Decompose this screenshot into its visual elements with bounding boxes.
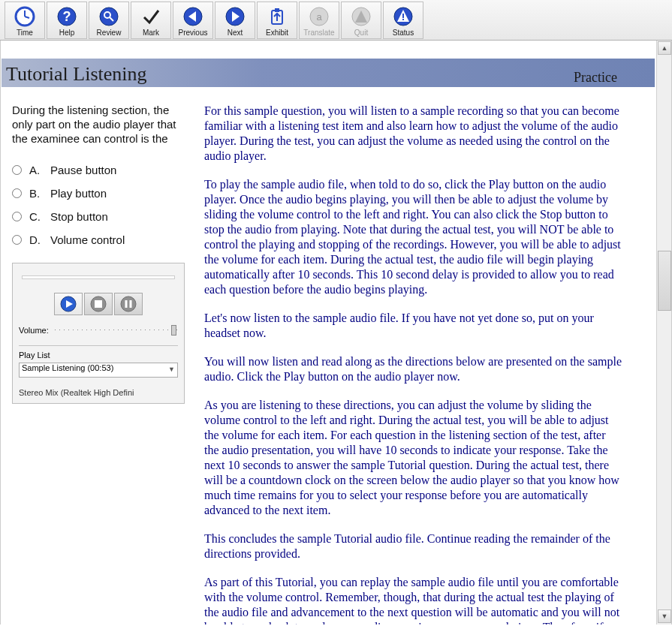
stop-button[interactable]	[84, 293, 113, 315]
audio-device-text: Stereo Mix (Realtek High Defini	[19, 388, 178, 397]
quit-icon	[351, 6, 372, 27]
section-header: Tutorial Listening Practice	[2, 59, 655, 87]
svg-rect-21	[402, 14, 404, 18]
svg-rect-28	[125, 300, 128, 308]
choice-letter: B.	[29, 187, 50, 200]
instruction-paragraph: This concludes the sample Tutorial audio…	[204, 531, 622, 561]
section-mode: Practice	[574, 70, 617, 86]
help-button[interactable]: ?Help	[47, 2, 87, 39]
instruction-paragraph: For this sample question, you will liste…	[204, 104, 622, 164]
vertical-scrollbar[interactable]: ▲ ▼	[656, 41, 671, 624]
mark-button-label: Mark	[143, 29, 159, 37]
mark-button[interactable]: Mark	[131, 2, 171, 39]
playlist-selected-value: Sample Listening (00:53)	[22, 363, 113, 372]
previous-button-label: Previous	[179, 29, 208, 37]
translate-icon: a	[309, 6, 330, 27]
content-columns: During the listening section, the only p…	[2, 104, 655, 624]
choice-text: Stop button	[50, 210, 108, 223]
playlist-select[interactable]: Sample Listening (00:53)	[19, 363, 178, 378]
translate-button-label: Translate	[303, 29, 334, 37]
play-icon	[60, 296, 77, 312]
audio-progress-track[interactable]	[22, 275, 175, 279]
scroll-down-button[interactable]: ▼	[658, 609, 671, 623]
answer-choice-a[interactable]: A.Pause button	[12, 164, 191, 176]
svg-text:a: a	[316, 11, 322, 23]
answer-choice-d[interactable]: D.Volume control	[12, 233, 191, 246]
volume-thumb[interactable]	[171, 325, 176, 336]
next-icon	[225, 6, 246, 27]
volume-slider[interactable]	[55, 327, 178, 334]
review-button-label: Review	[97, 29, 122, 37]
audio-player: Volume: Play List Sample Listening (00:5…	[12, 263, 185, 404]
question-column: During the listening section, the only p…	[12, 104, 191, 624]
volume-label: Volume:	[19, 326, 49, 335]
main-toolbar: Time?HelpReviewMarkPreviousNextExhibitaT…	[0, 0, 672, 41]
status-icon	[393, 6, 414, 27]
time-button-label: Time	[17, 29, 33, 37]
instructions-column: For this sample question, you will liste…	[191, 104, 647, 624]
status-button[interactable]: Status	[383, 2, 423, 39]
svg-text:?: ?	[63, 9, 71, 24]
instruction-paragraph: You will now listen and read along as th…	[204, 354, 622, 384]
section-title: Tutorial Listening	[6, 63, 147, 86]
quit-button: Quit	[341, 2, 381, 39]
play-button[interactable]	[54, 293, 83, 315]
instruction-paragraph: As you are listening to these directions…	[204, 398, 622, 518]
clock-icon	[14, 6, 35, 27]
time-button[interactable]: Time	[5, 2, 45, 39]
scroll-thumb[interactable]	[658, 251, 671, 311]
answer-choice-b[interactable]: B.Play button	[12, 187, 191, 200]
exhibit-icon	[267, 6, 288, 27]
choice-letter: A.	[29, 164, 50, 176]
instruction-paragraph: As part of this Tutorial, you can replay…	[204, 575, 622, 624]
playlist-label: Play List	[19, 351, 178, 360]
pause-button[interactable]	[114, 293, 143, 315]
scroll-up-button[interactable]: ▲	[658, 41, 671, 55]
choice-text: Play button	[50, 187, 107, 200]
svg-rect-29	[130, 300, 132, 308]
answer-radio[interactable]	[12, 188, 22, 198]
question-icon: ?	[56, 6, 77, 27]
choice-letter: D.	[29, 233, 50, 246]
stop-icon	[90, 296, 107, 312]
prev-icon	[182, 6, 203, 27]
answer-radio[interactable]	[12, 212, 22, 221]
check-icon	[140, 6, 161, 27]
review-button[interactable]: Review	[89, 2, 129, 39]
exhibit-button[interactable]: Exhibit	[257, 2, 297, 39]
next-button-label: Next	[228, 29, 243, 37]
previous-button[interactable]: Previous	[173, 2, 213, 39]
choice-text: Pause button	[50, 164, 116, 176]
instruction-paragraph: Let's now listen to the sample audio fil…	[204, 311, 622, 341]
svg-rect-13	[275, 8, 279, 12]
answer-radio[interactable]	[12, 235, 22, 245]
help-button-label: Help	[59, 29, 75, 37]
quit-button-label: Quit	[354, 29, 368, 37]
translate-button: aTranslate	[299, 2, 339, 39]
review-icon	[98, 6, 119, 27]
svg-rect-26	[95, 300, 102, 308]
main-area: Tutorial Listening Practice During the l…	[0, 41, 672, 624]
answer-radio[interactable]	[12, 165, 22, 175]
exhibit-button-label: Exhibit	[266, 29, 288, 37]
player-buttons	[19, 293, 178, 315]
next-button[interactable]: Next	[215, 2, 255, 39]
question-prompt: During the listening section, the only p…	[12, 104, 191, 146]
choice-text: Volume control	[50, 233, 125, 246]
volume-row: Volume:	[19, 326, 178, 335]
status-button-label: Status	[393, 29, 414, 37]
svg-point-5	[100, 8, 118, 26]
svg-point-27	[121, 296, 136, 311]
choice-letter: C.	[29, 210, 50, 223]
pause-icon	[120, 296, 137, 312]
answer-choices: A.Pause buttonB.Play buttonC.Stop button…	[12, 164, 191, 246]
answer-choice-c[interactable]: C.Stop button	[12, 210, 191, 223]
svg-rect-22	[402, 19, 404, 20]
content-viewport: Tutorial Listening Practice During the l…	[2, 41, 655, 624]
instruction-paragraph: To play the sample audio file, when told…	[204, 177, 622, 297]
